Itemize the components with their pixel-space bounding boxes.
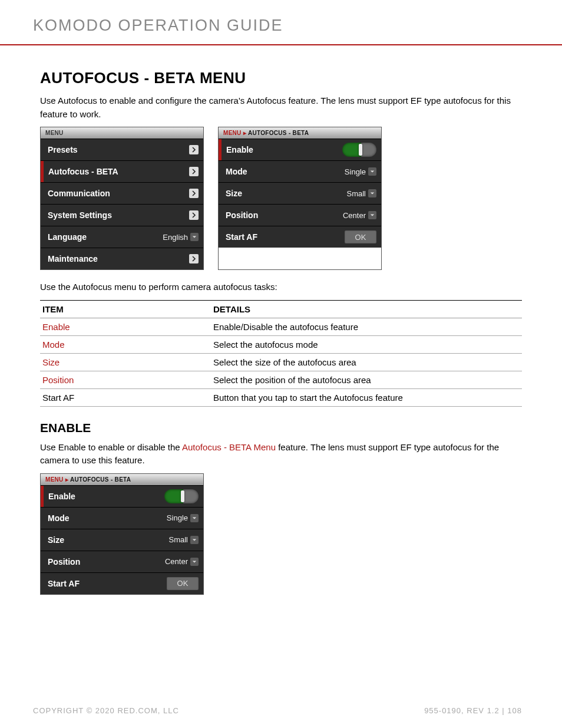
table-item[interactable]: Mode: [40, 335, 211, 353]
table-row: PositionSelect the position of the autof…: [40, 371, 522, 388]
ok-button[interactable]: OK: [167, 577, 199, 590]
table-head-details: DETAILS: [211, 300, 522, 318]
autofocus-beta-link[interactable]: Autofocus - BETA Menu: [182, 442, 276, 452]
chevron-right-icon: [189, 167, 199, 176]
menu-row[interactable]: Maintenance: [41, 248, 203, 269]
menu-header: MENU▸AUTOFOCUS - BETA: [41, 474, 203, 485]
table-details: Select the autofocus mode: [211, 335, 522, 353]
table-row: ModeSelect the autofocus mode: [40, 335, 522, 353]
menu-row-label: Enable: [48, 492, 75, 501]
menu-panel: MENUPresetsAutofocus - BETACommunication…: [40, 127, 204, 270]
menu-row[interactable]: Autofocus - BETA: [41, 160, 203, 182]
menu-row-label: Mode: [48, 513, 70, 523]
menu-row[interactable]: ModeSingle: [219, 160, 381, 182]
menu-row-label: System Settings: [48, 210, 112, 220]
page-content: AUTOFOCUS - BETA MENU Use Autofocus to e…: [0, 45, 562, 595]
menu-row-label: Maintenance: [48, 254, 98, 263]
caret-down-icon: [190, 233, 199, 241]
footer-docinfo: 955-0190, REV 1.2 | 108: [424, 706, 522, 715]
page-header: KOMODO OPERATION GUIDE: [0, 0, 562, 45]
caret-down-icon: [368, 211, 376, 219]
table-details: Enable/Disable the autofocus feature: [211, 318, 522, 335]
table-details: Select the position of the autofocus are…: [211, 371, 522, 388]
menu-row-label: Position: [226, 210, 258, 220]
dropdown-value[interactable]: Small: [346, 189, 376, 198]
menu-row[interactable]: Enable: [219, 139, 381, 160]
section-intro: Use Autofocus to enable and configure th…: [40, 94, 522, 121]
autofocus-panel-enable: MENU▸AUTOFOCUS - BETAEnableModeSingleSiz…: [40, 473, 204, 595]
menu-header: MENU: [41, 127, 203, 139]
section-title: AUTOFOCUS - BETA MENU: [40, 69, 522, 87]
enable-title: ENABLE: [40, 421, 522, 435]
menu-row-label: Language: [48, 232, 87, 242]
table-item[interactable]: Position: [40, 371, 211, 388]
caret-down-icon: [368, 167, 376, 176]
table-item[interactable]: Enable: [40, 318, 211, 335]
menu-row[interactable]: SizeSmall: [41, 529, 203, 551]
caret-down-icon: [190, 558, 199, 566]
menu-row[interactable]: PositionCenter: [219, 204, 381, 226]
dropdown-value[interactable]: Center: [165, 557, 199, 566]
table-item: Start AF: [40, 388, 211, 406]
table-row: Start AFButton that you tap to start the…: [40, 388, 522, 406]
chevron-right-icon: [189, 210, 199, 220]
menu-row-label: Size: [48, 535, 64, 545]
table-details: Select the size of the autofocus area: [211, 353, 522, 371]
footer-copyright: COPYRIGHT © 2020 RED.COM, LLC: [33, 706, 179, 715]
header-title: KOMODO OPERATION GUIDE: [33, 17, 562, 35]
menu-row[interactable]: LanguageEnglish: [41, 226, 203, 248]
menu-header: MENU▸AUTOFOCUS - BETA: [219, 127, 381, 139]
menu-row-label: Presets: [48, 145, 78, 154]
caret-down-icon: [190, 514, 199, 522]
menu-row-label: Autofocus - BETA: [48, 167, 118, 176]
menu-row[interactable]: Presets: [41, 139, 203, 160]
menu-row[interactable]: ModeSingle: [41, 507, 203, 529]
enable-text-before: Use Enable to enable or disable the: [40, 442, 182, 452]
menu-row-label: Mode: [226, 167, 247, 176]
table-row: SizeSelect the size of the autofocus are…: [40, 353, 522, 371]
chevron-right-icon: [189, 145, 199, 154]
dropdown-value[interactable]: Center: [343, 211, 376, 220]
menu-row[interactable]: System Settings: [41, 204, 203, 226]
menu-row[interactable]: Start AFOK: [219, 226, 381, 248]
menu-row[interactable]: Communication: [41, 182, 203, 204]
menu-row-label: Start AF: [48, 579, 80, 588]
dropdown-value[interactable]: Small: [168, 535, 199, 544]
table-row: EnableEnable/Disable the autofocus featu…: [40, 318, 522, 335]
chevron-right-icon: [189, 254, 199, 263]
dropdown-value[interactable]: Single: [167, 513, 199, 522]
enable-toggle[interactable]: [342, 143, 376, 157]
menus-row: MENUPresetsAutofocus - BETACommunication…: [40, 127, 522, 270]
menu-row[interactable]: SizeSmall: [219, 182, 381, 204]
caret-down-icon: [190, 536, 199, 544]
caret-down-icon: [368, 189, 376, 197]
autofocus-info-table: ITEM DETAILS EnableEnable/Disable the au…: [40, 300, 522, 407]
enable-body: Use Enable to enable or disable the Auto…: [40, 441, 522, 467]
dropdown-value[interactable]: Single: [345, 167, 376, 176]
menu-row-label: Start AF: [226, 232, 257, 242]
chevron-right-icon: [189, 189, 199, 198]
table-head-item: ITEM: [40, 300, 211, 318]
table-details: Button that you tap to start the Autofoc…: [211, 388, 522, 406]
menu-row-label: Communication: [48, 189, 110, 198]
table-item[interactable]: Size: [40, 353, 211, 371]
menu-row[interactable]: Enable: [41, 485, 203, 507]
tasks-intro: Use the Autofocus menu to perform camera…: [40, 281, 522, 294]
menu-row-label: Enable: [226, 145, 253, 154]
enable-toggle[interactable]: [164, 489, 199, 503]
dropdown-value[interactable]: English: [163, 233, 199, 242]
menu-row[interactable]: PositionCenter: [41, 551, 203, 572]
page-footer: COPYRIGHT © 2020 RED.COM, LLC 955-0190, …: [33, 706, 522, 715]
menu-row-label: Size: [226, 189, 242, 198]
menu-row-label: Position: [48, 557, 80, 566]
ok-button[interactable]: OK: [345, 230, 376, 243]
autofocus-panel: MENU▸AUTOFOCUS - BETAEnableModeSingleSiz…: [218, 127, 382, 270]
menu-row[interactable]: Start AFOK: [41, 572, 203, 594]
